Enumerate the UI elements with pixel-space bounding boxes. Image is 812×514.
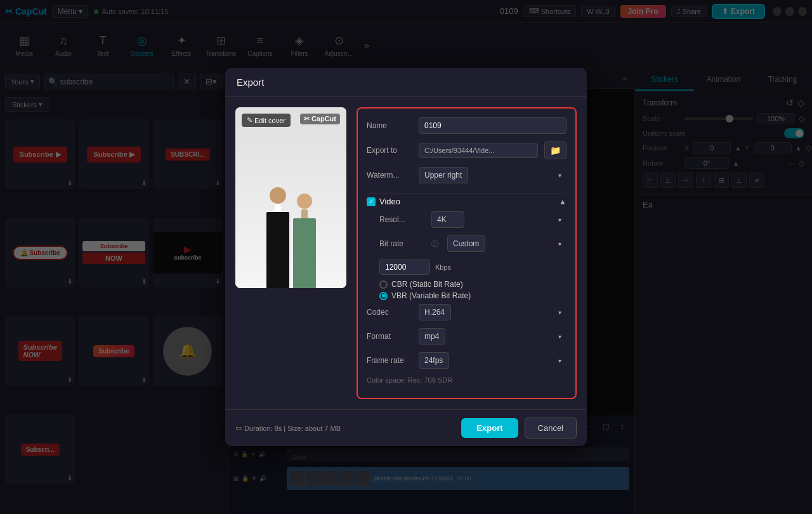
format-select-wrap: mp4 mov avi <box>419 328 566 345</box>
watermark-row: Waterm... Upper right Upper left Lower r… <box>367 167 566 183</box>
name-row: Name <box>367 117 566 134</box>
figure-right <box>293 194 316 288</box>
watermark-label: Waterm... <box>367 171 412 180</box>
browse-folder-button[interactable]: 📁 <box>544 142 566 159</box>
framerate-row: Frame rate 24fps 25fps 30fps 60fps <box>367 352 566 369</box>
resolution-row: Resol... 4K 2K 1080p 720p <box>379 211 566 228</box>
cover-scene <box>235 107 346 288</box>
modal-footer: ▭ Duration: 8s | Size: about 7 MB Export… <box>225 409 587 446</box>
cover-logo-text: ✂ <box>304 115 310 122</box>
edit-cover-label: Edit cover <box>254 117 285 124</box>
head-right <box>297 194 312 209</box>
format-select[interactable]: mp4 mov avi <box>419 328 445 345</box>
bitrate-value-input[interactable] <box>379 260 430 275</box>
edit-icon: ✎ <box>247 116 252 124</box>
head-left <box>270 187 286 204</box>
export-to-row: Export to C:/Users/93444/Vide... 📁 <box>367 142 566 159</box>
bitrate-row: Bit rate ⓘ Custom Auto <box>379 235 566 252</box>
format-label: Format <box>367 332 412 341</box>
cbr-radio-row: CBR (Static Bit Rate) <box>379 280 566 289</box>
modal-title: Export <box>225 68 587 97</box>
framerate-select[interactable]: 24fps 25fps 30fps 60fps <box>419 352 449 369</box>
bitrate-value-row: Kbps <box>379 260 566 275</box>
watermark-select[interactable]: Upper right Upper left Lower right Lower… <box>419 167 468 183</box>
modal-overlay: Export <box>0 0 812 514</box>
bitrate-select[interactable]: Custom Auto <box>447 235 485 252</box>
cover-image: ✎ Edit cover ✂ CapCut <box>235 107 346 288</box>
export-to-label: Export to <box>367 146 412 155</box>
info-icon: ⓘ <box>431 239 438 249</box>
pants-right <box>293 218 316 288</box>
export-modal: Export <box>225 68 587 446</box>
codec-row: Codec H.264 H.265 VP9 <box>367 304 566 320</box>
bitrate-select-wrap: Custom Auto <box>447 235 566 252</box>
format-row: Format mp4 mov avi <box>367 328 566 345</box>
video-section: ✓ Video ▲ Resol... 4K 2K 1080p 720p <box>367 197 566 384</box>
top-left <box>275 204 281 212</box>
divider <box>367 194 566 194</box>
codec-select[interactable]: H.264 H.265 VP9 <box>419 304 451 320</box>
export-form: Name Export to C:/Users/93444/Vide... 📁 … <box>357 107 577 399</box>
color-space-text: Color space: Rec. 709 SDR <box>367 376 566 384</box>
framerate-label: Frame rate <box>367 356 412 365</box>
watermark-select-wrap: Upper right Upper left Lower right Lower… <box>419 167 566 183</box>
resolution-label: Resol... <box>379 215 425 224</box>
name-input[interactable] <box>419 117 566 134</box>
video-label: Video <box>379 197 555 206</box>
cbr-label: CBR (Static Bit Rate) <box>391 280 463 289</box>
framerate-select-wrap: 24fps 25fps 30fps 60fps <box>419 352 566 369</box>
duration-label: Duration: 8s | Size: about 7 MB <box>244 425 341 432</box>
video-toggle-row: ✓ Video ▲ <box>367 197 566 206</box>
export-button[interactable]: Export <box>461 418 518 438</box>
video-checkbox[interactable]: ✓ <box>367 197 376 206</box>
name-label: Name <box>367 121 412 130</box>
vbr-radio[interactable] <box>379 292 388 300</box>
bitrate-label: Bit rate <box>379 239 425 248</box>
cancel-button[interactable]: Cancel <box>525 418 577 438</box>
resolution-select[interactable]: 4K 2K 1080p 720p <box>431 211 464 228</box>
modal-cover: ✎ Edit cover ✂ CapCut <box>235 107 346 399</box>
codec-select-wrap: H.264 H.265 VP9 <box>419 304 566 320</box>
export-path: C:/Users/93444/Vide... <box>419 143 538 158</box>
modal-body: ✎ Edit cover ✂ CapCut Name <box>225 97 587 409</box>
cover-logo: ✂ CapCut <box>300 114 340 124</box>
vbr-radio-row: VBR (Variable Bit Rate) <box>379 291 566 300</box>
duration-icon: ▭ <box>235 424 242 432</box>
codec-label: Codec <box>367 308 412 317</box>
bitrate-unit: Kbps <box>435 263 451 271</box>
video-collapse-icon[interactable]: ▲ <box>559 197 566 206</box>
figure-left <box>266 187 289 288</box>
vbr-label: VBR (Variable Bit Rate) <box>391 291 471 300</box>
duration-info: ▭ Duration: 8s | Size: about 7 MB <box>235 424 455 432</box>
top-right <box>301 209 308 218</box>
edit-cover-button[interactable]: ✎ Edit cover <box>242 114 291 127</box>
pants-left <box>266 212 289 288</box>
cbr-radio[interactable] <box>379 280 388 289</box>
resolution-select-wrap: 4K 2K 1080p 720p <box>431 211 566 228</box>
